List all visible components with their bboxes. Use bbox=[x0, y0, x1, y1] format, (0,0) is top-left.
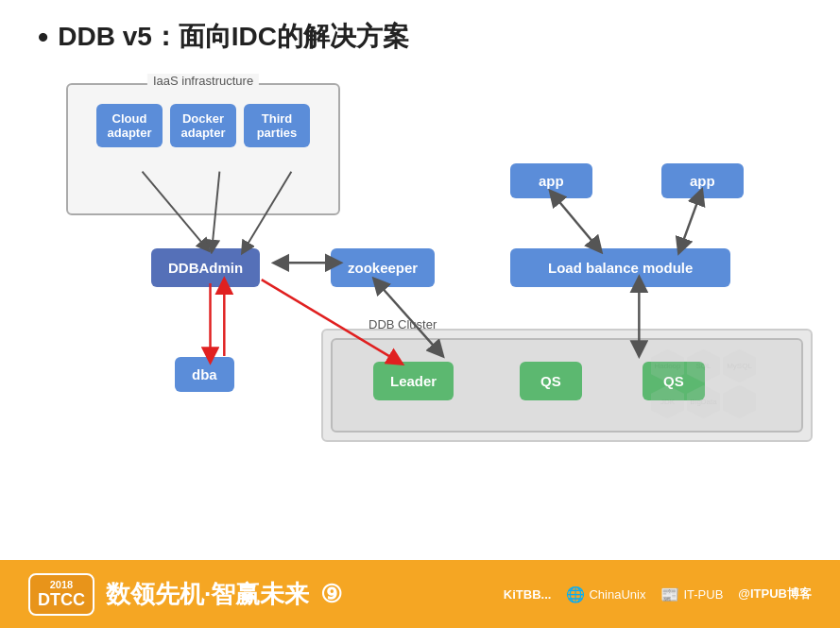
logo-chinaunix-text: ChinaUnix bbox=[589, 587, 645, 602]
footer: 2018 DTCC 数领先机·智赢未来 ⑨ KiTBB... 🌐 ChinaUn… bbox=[0, 560, 840, 628]
app-box-1: app bbox=[510, 163, 592, 198]
hex-sql: SQL bbox=[687, 349, 720, 382]
iaas-inner-boxes: Cloudadapter Dockeradapter Thirdparties bbox=[68, 85, 338, 157]
dtcc-year: 2018 bbox=[50, 579, 73, 590]
leader-box: Leader bbox=[373, 362, 454, 400]
iaas-box: IaaS infrastructure Cloudadapter Dockera… bbox=[66, 83, 340, 215]
diagram-area: IaaS infrastructure Cloudadapter Dockera… bbox=[38, 74, 802, 499]
third-parties-box: Thirdparties bbox=[244, 104, 310, 147]
docker-adapter-box: Dockeradapter bbox=[170, 104, 236, 147]
main-content: • DDB v5：面向IDC的解决方案 IaaS infrastructure … bbox=[0, 0, 840, 560]
loadbalance-box: Load balance module bbox=[510, 248, 730, 287]
footer-circle: ⑨ bbox=[320, 580, 342, 609]
svg-line-7 bbox=[555, 195, 597, 246]
slide-container: • DDB v5：面向IDC的解决方案 IaaS infrastructure … bbox=[0, 0, 840, 628]
hex-jdk: JDK bbox=[651, 385, 684, 418]
hex-extra bbox=[723, 385, 756, 418]
slide-title-text: DDB v5：面向IDC的解决方案 bbox=[58, 19, 409, 55]
iaas-label: IaaS infrastructure bbox=[147, 74, 259, 88]
watermark: Hadoop SQL MySQL JDK BigData bbox=[651, 349, 774, 418]
slide-title: • DDB v5：面向IDC的解决方案 bbox=[38, 19, 802, 55]
logo-blog: @ITPUB博客 bbox=[738, 586, 812, 603]
footer-logos: KiTBB... 🌐 ChinaUnix 📰 IT-PUB @ITPUB博客 bbox=[504, 586, 812, 603]
logo-kitbb: KiTBB... bbox=[504, 587, 552, 602]
hex-hadoop: Hadoop bbox=[651, 349, 684, 382]
hex-bigdata: BigData bbox=[687, 385, 720, 418]
logo-itpub: 📰 IT-PUB bbox=[660, 586, 723, 603]
app-box-2: app bbox=[661, 163, 744, 198]
footer-left: 2018 DTCC 数领先机·智赢未来 ⑨ bbox=[28, 573, 342, 616]
svg-line-8 bbox=[681, 195, 700, 246]
hex-mysql: MySQL bbox=[723, 349, 756, 382]
ddb-cluster-label: DDB Cluster bbox=[369, 317, 437, 331]
cloud-adapter-box: Cloudadapter bbox=[96, 104, 163, 147]
dtcc-badge: 2018 DTCC bbox=[28, 573, 94, 616]
logo-chinaunix: 🌐 ChinaUnix bbox=[566, 586, 645, 603]
dba-box: dba bbox=[175, 357, 234, 392]
dtcc-main: DTCC bbox=[38, 590, 85, 610]
footer-title: 数领先机·智赢未来 bbox=[106, 578, 309, 611]
ddbadmin-box: DDBAdmin bbox=[151, 248, 260, 287]
logo-itpub-text: IT-PUB bbox=[683, 587, 723, 602]
title-bullet: • bbox=[38, 20, 48, 55]
zookeeper-box: zookeeper bbox=[331, 248, 435, 287]
qs-box-1: QS bbox=[520, 362, 582, 400]
